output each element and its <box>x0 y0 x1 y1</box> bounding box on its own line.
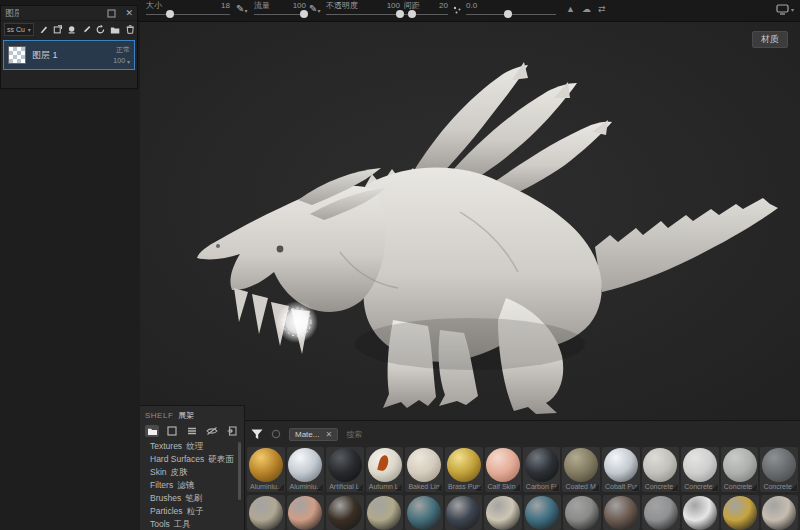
left-dock-empty <box>0 90 140 530</box>
resource-type-badge <box>632 484 639 491</box>
float-panel-icon[interactable] <box>107 9 116 18</box>
material-sphere <box>446 496 480 530</box>
material-item[interactable] <box>366 495 404 530</box>
shelf-category-list: Textures纹理Hard Surfaces硬表面Skin皮肤Filters滤… <box>150 440 244 530</box>
search-icon[interactable] <box>271 429 281 439</box>
material-sphere <box>762 448 796 482</box>
add-effect-icon[interactable] <box>96 24 105 35</box>
material-item[interactable] <box>761 495 799 530</box>
material-item[interactable]: Coated M... <box>562 447 600 492</box>
resource-type-badge <box>552 484 559 491</box>
filter-funnel-icon[interactable] <box>251 429 263 440</box>
brush-scatter-slider[interactable]: 0.0 <box>466 1 556 21</box>
material-item[interactable] <box>405 495 443 530</box>
material-item[interactable] <box>721 495 759 530</box>
brush-size-label: 大小 <box>146 1 162 10</box>
shelf-expand-icon[interactable] <box>165 425 179 437</box>
brush-opacity-slider[interactable]: 不透明度 100 <box>326 1 400 21</box>
pen-pressure-icon[interactable]: ✎▾ <box>309 3 320 17</box>
add-paint-layer-icon[interactable] <box>39 24 48 35</box>
shelf-category-textures[interactable]: Textures纹理 <box>150 440 244 453</box>
material-item[interactable] <box>642 495 680 530</box>
brush-scatter-value[interactable]: 0.0 <box>466 1 477 10</box>
view-mode-chip[interactable]: 材质 <box>752 31 788 48</box>
shelf-category-filters[interactable]: Filters滤镜 <box>150 479 244 492</box>
add-folder-icon[interactable] <box>110 25 120 35</box>
layer-thumbnail[interactable] <box>8 46 26 64</box>
brush-flow-label: 流量 <box>254 1 270 10</box>
material-item[interactable]: Concrete ... <box>681 447 719 492</box>
material-item[interactable] <box>445 495 483 530</box>
material-sphere <box>486 496 520 530</box>
brush-flow-value[interactable]: 100 <box>293 1 306 10</box>
brush-profile-icon[interactable]: ▲ <box>566 4 575 14</box>
shelf-import-icon[interactable] <box>225 425 239 437</box>
search-placeholder[interactable]: 搜索 <box>346 429 362 440</box>
layer-mode-dropdown[interactable]: ss Cu▾ <box>4 23 34 36</box>
material-sphere <box>249 496 283 530</box>
chevron-down-icon: ▾ <box>127 59 130 65</box>
material-item[interactable]: Autumn L... <box>366 447 404 492</box>
shelf-list-view-icon[interactable] <box>185 425 199 437</box>
material-item[interactable] <box>563 495 601 530</box>
material-item[interactable]: Carbon Fi... <box>523 447 561 492</box>
material-item[interactable]: Calf Skin <box>485 447 521 492</box>
material-sphere <box>683 496 717 530</box>
close-icon[interactable]: ✕ <box>125 8 133 18</box>
material-item[interactable]: Concrete ... <box>642 447 680 492</box>
symmetry-icon[interactable]: ⇄ <box>598 4 606 14</box>
add-fill-layer-icon[interactable] <box>53 24 62 35</box>
material-item[interactable] <box>326 495 364 530</box>
shelf-category-brushes[interactable]: Brushes笔刷 <box>150 492 244 505</box>
layers-panel: 图层 ✕ ss Cu▾ <box>0 5 138 89</box>
material-item[interactable]: Aluminiu... <box>247 447 285 492</box>
resource-type-badge <box>750 484 757 491</box>
eyedropper-icon[interactable] <box>82 24 91 35</box>
material-item[interactable] <box>603 495 641 530</box>
delete-layer-icon[interactable] <box>126 24 134 35</box>
filter-chip-materials[interactable]: Mate... ✕ <box>289 428 338 441</box>
layer-row[interactable]: 图层 1 正常 100 ▾ <box>3 40 135 70</box>
shelf-category-skin[interactable]: Skin皮肤 <box>150 466 244 479</box>
layer-name[interactable]: 图层 1 <box>32 49 58 62</box>
shelf-category-hard-surfaces[interactable]: Hard Surfaces硬表面 <box>150 453 244 466</box>
materials-panel: Mate... ✕ 搜索 Aluminiu...Aluminiu...Artif… <box>245 420 800 530</box>
material-item[interactable] <box>682 495 720 530</box>
brush-spacing-slider[interactable]: 间距 20 <box>404 1 448 21</box>
material-item[interactable]: Concrete ... <box>760 447 798 492</box>
display-mode-button[interactable]: ▾ <box>776 4 794 15</box>
material-sphere <box>447 448 481 482</box>
brush-flow-slider[interactable]: 流量 100 <box>254 1 306 21</box>
material-sphere <box>643 448 677 482</box>
viewport-3d-canvas[interactable]: 材质 <box>140 22 800 420</box>
layer-opacity[interactable]: 100 <box>113 57 125 64</box>
material-item[interactable]: Cobalt Pure <box>602 447 640 492</box>
brush-opacity-value[interactable]: 100 <box>387 1 400 10</box>
scatter-dots-icon[interactable] <box>452 5 462 15</box>
brush-size-slider[interactable]: 大小 18 <box>146 1 230 21</box>
material-item[interactable]: Baked Lig... <box>405 447 443 492</box>
close-icon[interactable]: ✕ <box>325 430 332 439</box>
add-smart-material-icon[interactable] <box>67 24 76 35</box>
shelf-category-particles[interactable]: Particles粒子 <box>150 505 244 518</box>
material-item[interactable] <box>247 495 285 530</box>
cloud-falloff-icon[interactable]: ☁ <box>582 4 591 14</box>
shelf-hide-icon[interactable] <box>205 425 219 437</box>
pen-pressure-icon[interactable]: ✎▾ <box>236 3 247 17</box>
brush-spacing-value[interactable]: 20 <box>439 1 448 10</box>
shelf-scrollbar[interactable] <box>238 442 241 500</box>
resource-type-badge <box>711 484 718 491</box>
material-item[interactable] <box>484 495 522 530</box>
material-item[interactable]: Brass Pure <box>445 447 483 492</box>
shelf-folders-icon[interactable] <box>145 425 159 437</box>
material-item[interactable] <box>524 495 562 530</box>
resource-type-badge <box>475 484 482 491</box>
material-sphere <box>604 496 638 530</box>
layer-blend-mode[interactable]: 正常 <box>116 46 130 53</box>
material-item[interactable]: Concrete ... <box>721 447 759 492</box>
brush-size-value[interactable]: 18 <box>221 1 230 10</box>
material-item[interactable]: Aluminiu... <box>287 447 325 492</box>
material-item[interactable]: Artificial L... <box>326 447 364 492</box>
shelf-category-tools[interactable]: Tools工具 <box>150 518 244 530</box>
material-item[interactable] <box>287 495 325 530</box>
